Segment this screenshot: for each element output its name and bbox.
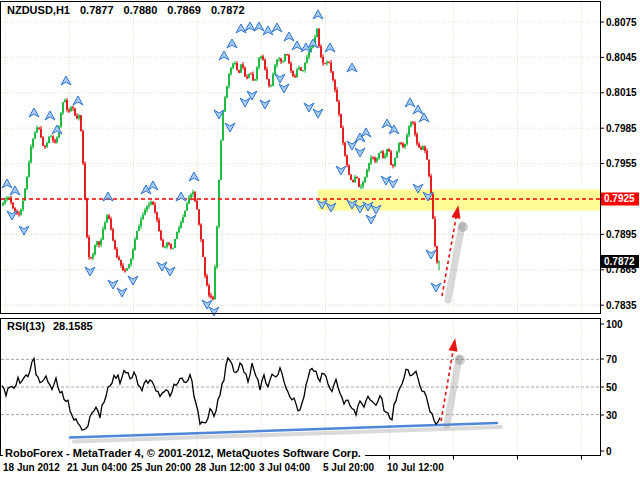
chart-svg[interactable]: 0.80750.80450.80150.79850.79550.79250.78… [0,0,640,480]
candle-body [316,29,318,37]
candle-body [256,67,258,79]
arrowhead-shadow [455,355,465,365]
fractal-up-icon [73,96,83,105]
candle-body [190,194,192,197]
candle-body [338,101,340,114]
candle-body [262,56,264,59]
candle-body [146,206,148,210]
fractal-up-icon [382,119,392,128]
fractal-up-icon [45,111,55,120]
price-axis-label: 0.7895 [606,229,637,240]
candle-body [382,151,384,157]
high-value: 0.7880 [124,4,158,16]
candle-body [68,110,70,112]
fractal-down-icon [313,109,323,118]
candle-body [404,144,406,147]
candle-body [54,140,56,142]
candle-body [276,59,278,65]
time-axis-label: 3 Jul 04:00 [259,462,311,473]
candle-body [100,240,102,245]
candle-body [244,68,246,77]
fractal-up-icon [176,192,186,201]
candle-body [340,114,342,128]
candle-body [204,257,206,276]
candle-body [226,86,228,97]
candle-body [170,244,172,248]
candles-layer [2,28,440,300]
price-tag-label: 0.7872 [604,256,635,267]
fractal-up-icon [236,24,246,33]
candle-body [324,63,326,64]
fractal-down-icon [279,84,289,93]
fractal-up-icon [254,22,264,31]
candle-body [426,151,428,160]
candle-body [136,231,138,239]
candle-body [66,100,68,110]
candle-body [240,64,242,72]
candle-body [126,268,128,270]
candle-body [48,137,50,143]
candle-body [82,131,84,163]
rsi-title: RSI(13) 28.1585 [7,320,93,332]
candle-body [278,58,280,59]
candle-body [218,180,220,227]
time-axis-label: 25 Jun 20:00 [131,462,191,473]
rsi-axis: 1007050300 [600,319,623,457]
candle-body [80,115,82,131]
candle-body [162,240,164,247]
candle-body [356,177,358,178]
candle-body [26,177,28,189]
price-axis-label: 0.8015 [606,87,637,98]
candle-body [202,239,204,256]
candle-body [228,74,230,86]
candle-body [164,247,166,248]
candle-body [112,229,114,240]
fractal-up-icon [419,113,429,122]
mt4-chart-window: 0.80750.80450.80150.79850.79550.79250.78… [0,0,640,480]
price-axis-label: 0.7955 [606,158,637,169]
candle-body [412,122,414,123]
fractal-up-icon [227,39,237,48]
fractal-down-icon [209,307,219,316]
fractal-up-icon [284,32,294,41]
candle-body [290,63,292,71]
candle-body [106,215,108,222]
fractal-down-icon [426,250,436,259]
candle-body [224,97,226,111]
candle-body [96,241,98,244]
candle-body [414,123,416,134]
rsi-axis-label: 70 [606,354,618,365]
candle-body [188,197,190,203]
candle-body [84,163,86,199]
rsi-axis-label: 0 [606,446,612,457]
candle-body [60,113,62,127]
candle-body [46,143,48,147]
candle-body [158,220,160,231]
fractal-up-icon [29,108,39,117]
candle-body [52,136,54,140]
candle-body [332,71,334,80]
candle-body [248,74,250,78]
candle-body [432,194,434,219]
rsi-forecast-arrow[interactable] [441,338,465,425]
low-value: 0.7869 [167,4,201,16]
candle-body [360,186,362,187]
price-forecast-arrow[interactable] [442,205,468,300]
candle-body [318,29,320,46]
candle-body [350,175,352,180]
candle-body [148,204,150,206]
candle-body [282,61,284,62]
fractal-down-icon [108,280,118,289]
candle-body [28,162,30,177]
rsi-value: 28.1585 [53,320,93,332]
candle-body [192,192,194,194]
candle-body [142,215,144,220]
candle-body [330,63,332,72]
candle-body [436,246,438,262]
time-axis-label: 21 Jun 04:00 [67,462,127,473]
candle-body [304,63,306,70]
candle-body [44,146,46,147]
candle-body [32,139,34,147]
candle-body [348,165,350,174]
arrow-shadow [448,225,462,300]
